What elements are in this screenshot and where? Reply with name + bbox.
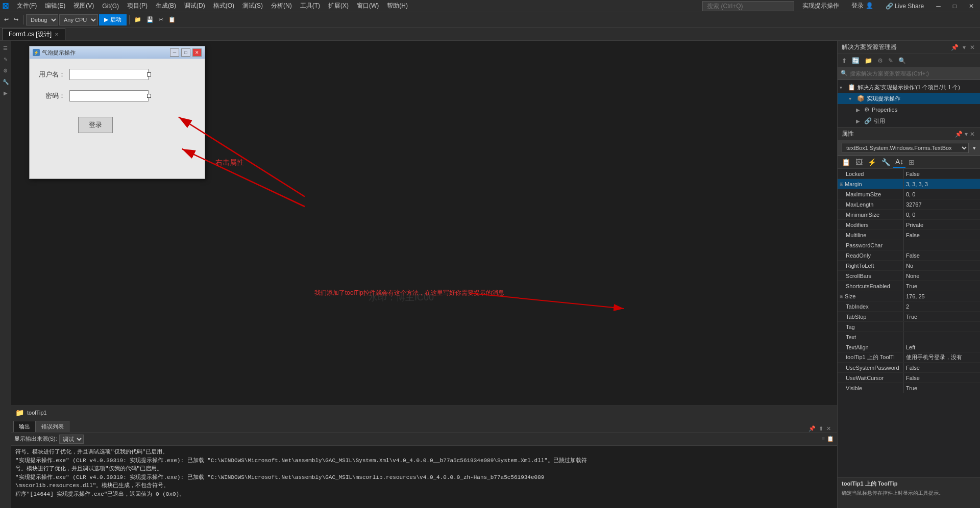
menu-build[interactable]: 生成(B) — [152, 0, 180, 12]
password-textbox[interactable] — [69, 90, 149, 101]
output-float-btn[interactable]: ⬆ — [819, 425, 823, 432]
sidebar-tool-4[interactable]: 🔧 — [1, 77, 11, 87]
menu-help[interactable]: 帮助(H) — [383, 0, 412, 12]
menu-tools[interactable]: 工具(T) — [296, 0, 324, 12]
prop-row[interactable]: RightToLeftNo — [838, 261, 980, 271]
form-preview-window[interactable]: ⚡ 气泡提示操作 ─ □ ✕ 用户名： 密码： — [29, 46, 205, 179]
output-pin-btn[interactable]: 📌 — [808, 425, 816, 432]
toolbar-btn-2[interactable]: 💾 — [144, 14, 156, 26]
toolbar-btn-1[interactable]: 📁 — [132, 14, 143, 26]
menu-window[interactable]: 窗口(W) — [353, 0, 383, 12]
prop-row[interactable]: ⊞Size176, 25 — [838, 291, 980, 301]
login-form-button[interactable]: 登录 — [78, 117, 113, 133]
prop-row[interactable]: ⊞Margin3, 3, 3, 3 — [838, 179, 980, 189]
se-tb-btn-5[interactable]: ✎ — [886, 56, 895, 65]
username-textbox[interactable] — [69, 69, 149, 80]
menu-edit[interactable]: 编辑(E) — [41, 0, 69, 12]
prop-row[interactable]: MaximumSize0, 0 — [838, 189, 980, 199]
se-tb-btn-2[interactable]: 🔄 — [850, 56, 862, 65]
prop-row[interactable]: TabStopTrue — [838, 312, 980, 322]
menu-analyze[interactable]: 分析(N) — [267, 0, 296, 12]
se-search-input[interactable] — [850, 70, 977, 77]
prop-row[interactable]: Text — [838, 332, 980, 342]
tree-properties[interactable]: ▶ ⚙ Properties — [838, 104, 980, 115]
props-tb-icon-6[interactable]: ⊞ — [906, 157, 917, 168]
prop-row[interactable]: toolTip1 上的 ToolTi使用手机号登录，没有 — [838, 352, 980, 363]
cpu-combo[interactable]: Any CPU — [59, 14, 98, 26]
prop-row[interactable]: TextAlignLeft — [838, 342, 980, 352]
props-tb-icon-3[interactable]: ⚡ — [866, 157, 878, 168]
sidebar-tool-2[interactable]: ✎ — [1, 54, 11, 64]
menu-test[interactable]: 测试(S) — [238, 0, 267, 12]
se-tb-btn-6[interactable]: 🔍 — [896, 56, 908, 65]
output-toolbar-btn-1[interactable]: ≡ — [822, 436, 825, 442]
prop-row[interactable]: LockedFalse — [838, 169, 980, 179]
se-tb-btn-3[interactable]: 📁 — [863, 56, 874, 65]
se-dropdown-btn[interactable]: ▾ — [962, 43, 967, 52]
se-close-btn[interactable]: ✕ — [969, 43, 976, 52]
debug-config-combo[interactable]: Debug — [26, 14, 58, 26]
prop-row[interactable]: UseWaitCursorFalse — [838, 373, 980, 383]
form1-design-tab[interactable]: Form1.cs [设计] ✕ — [2, 28, 65, 40]
output-toolbar-btn-2[interactable]: 📋 — [827, 436, 834, 442]
menu-debug[interactable]: 调试(D) — [180, 0, 209, 12]
toolbar-btn-3[interactable]: ✂ — [157, 14, 165, 26]
menu-file[interactable]: 文件(F) — [13, 0, 41, 12]
se-pin-btn[interactable]: 📌 — [950, 43, 960, 52]
props-tb-icon-4[interactable]: 🔧 — [879, 157, 892, 168]
menu-extensions[interactable]: 扩展(X) — [324, 0, 353, 12]
se-tb-btn-4[interactable]: ⚙ — [875, 56, 885, 65]
output-tab[interactable]: 输出 — [13, 421, 36, 432]
tree-project[interactable]: ▾ 📦 实现提示操作 — [838, 93, 980, 104]
output-source-combo[interactable]: 调试 — [59, 435, 84, 444]
menu-git[interactable]: Git(G) — [98, 0, 123, 12]
global-search-input[interactable] — [702, 1, 794, 11]
form-close-button[interactable]: ✕ — [192, 48, 202, 57]
prop-row[interactable]: MaxLength32767 — [838, 199, 980, 210]
prop-row[interactable]: Tag — [838, 322, 980, 332]
props-control-combo[interactable]: textBox1 System.Windows.Forms.TextBox — [842, 143, 969, 153]
sidebar-tool-5[interactable]: ▶ — [1, 88, 11, 98]
props-dropdown-icon[interactable]: ▾ — [973, 145, 976, 151]
sidebar-tool-3[interactable]: ⚙ — [1, 65, 11, 75]
form-maximize-button[interactable]: □ — [181, 48, 190, 57]
minimize-button[interactable]: ─ — [932, 2, 945, 11]
tree-references[interactable]: ▶ 🔗 引用 — [838, 115, 980, 126]
login-button[interactable]: 登录 👤 — [847, 1, 877, 11]
toolbar-btn-4[interactable]: 📋 — [166, 14, 178, 26]
prop-row[interactable]: ModifiersPrivate — [838, 220, 980, 230]
prop-row[interactable]: VisibleTrue — [838, 383, 980, 393]
undo-button[interactable]: ↩ — [2, 14, 11, 26]
prop-expand-icon[interactable]: ⊞ — [840, 182, 844, 187]
prop-row[interactable]: PasswordChar — [838, 240, 980, 250]
output-close-btn[interactable]: ✕ — [826, 425, 831, 432]
prop-row[interactable]: ShortcutsEnabledTrue — [838, 281, 980, 291]
props-pin-btn[interactable]: 📌 — [954, 130, 964, 139]
error-list-tab[interactable]: 错误列表 — [36, 421, 69, 432]
props-dropdown-btn[interactable]: ▾ — [964, 130, 969, 139]
sidebar-tool-1[interactable]: ☰ — [1, 43, 11, 53]
close-button[interactable]: ✕ — [965, 2, 978, 11]
props-tb-icon-5[interactable]: A↕ — [893, 157, 905, 168]
props-tb-icon-1[interactable]: 📋 — [840, 157, 852, 168]
form-minimize-button[interactable]: ─ — [170, 48, 179, 57]
live-share-button[interactable]: 🔗 Live Share — [881, 2, 928, 11]
prop-expand-icon[interactable]: ⊞ — [840, 294, 844, 299]
se-tb-btn-1[interactable]: ⬆ — [840, 56, 849, 65]
prop-row[interactable]: MinimumSize0, 0 — [838, 210, 980, 220]
props-tb-icon-2[interactable]: 🖼 — [853, 157, 865, 168]
prop-row[interactable]: TabIndex2 — [838, 301, 980, 312]
prop-row[interactable]: UseSystemPasswordFalse — [838, 363, 980, 373]
menu-project[interactable]: 项目(P) — [123, 0, 152, 12]
tab-close-button[interactable]: ✕ — [55, 32, 59, 37]
start-button[interactable]: ▶ 启动 — [99, 14, 127, 26]
maximize-button[interactable]: □ — [949, 2, 961, 11]
menu-view[interactable]: 视图(V) — [69, 0, 98, 12]
redo-button[interactable]: ↪ — [12, 14, 20, 26]
tree-solution[interactable]: ▾ 📋 解决方案'实现提示操作'(1 个项目/共 1 个) — [838, 82, 980, 93]
prop-row[interactable]: ScrollBarsNone — [838, 271, 980, 281]
prop-row[interactable]: ReadOnlyFalse — [838, 250, 980, 261]
tree-appconfig[interactable]: 📄 App.config — [838, 126, 980, 127]
menu-format[interactable]: 格式(O) — [209, 0, 238, 12]
prop-row[interactable]: MultilineFalse — [838, 230, 980, 240]
